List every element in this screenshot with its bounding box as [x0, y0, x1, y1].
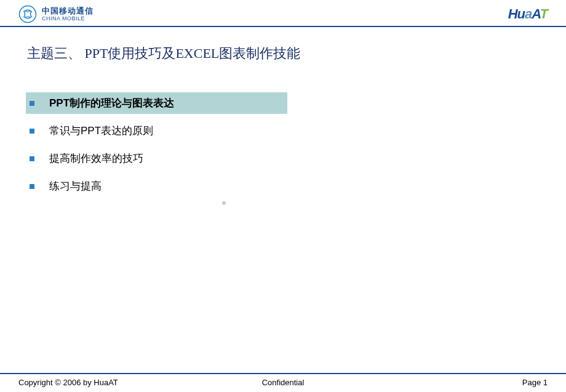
slide-title: 主题三、 PPT使用技巧及EXCEL图表制作技能: [0, 27, 566, 63]
china-mobile-icon: [18, 5, 37, 23]
china-mobile-logo: 中国移动通信 CHINA MOBILE: [18, 5, 94, 23]
bullet-item-highlighted: PPT制作的理论与图表表达: [26, 92, 287, 114]
bullet-text: PPT制作的理论与图表表达: [49, 96, 174, 110]
bullet-square-icon: [30, 156, 34, 161]
bullet-item: 练习与提高: [26, 179, 566, 193]
china-mobile-cn: 中国移动通信: [42, 7, 94, 15]
china-mobile-en: CHINA MOBILE: [42, 16, 94, 22]
bullet-text: 提高制作效率的技巧: [49, 151, 143, 166]
footer-confidential: Confidential: [262, 378, 305, 387]
bullet-text: 常识与PPT表达的原则: [49, 124, 153, 138]
bullet-text: 练习与提高: [49, 179, 102, 193]
bullet-list: PPT制作的理论与图表表达 常识与PPT表达的原则 提高制作效率的技巧 练习与提…: [26, 92, 566, 193]
bullet-item: 提高制作效率的技巧: [26, 151, 566, 166]
svg-point-0: [20, 6, 36, 23]
bullet-square-icon: [30, 184, 34, 189]
slide-footer: Copyright © 2006 by HuaAT Confidential P…: [0, 373, 566, 387]
bullet-item: 常识与PPT表达的原则: [26, 124, 566, 138]
bullet-square-icon: [30, 129, 34, 134]
dot-mark: [222, 201, 226, 205]
china-mobile-text: 中国移动通信 CHINA MOBILE: [42, 7, 94, 22]
slide-header: 中国移动通信 CHINA MOBILE HuaAT: [0, 0, 566, 27]
huaat-logo: HuaAT: [508, 6, 548, 22]
footer-copyright: Copyright © 2006 by HuaAT: [18, 378, 118, 387]
bullet-square-icon: [30, 101, 34, 106]
footer-page: Page 1: [522, 378, 548, 387]
